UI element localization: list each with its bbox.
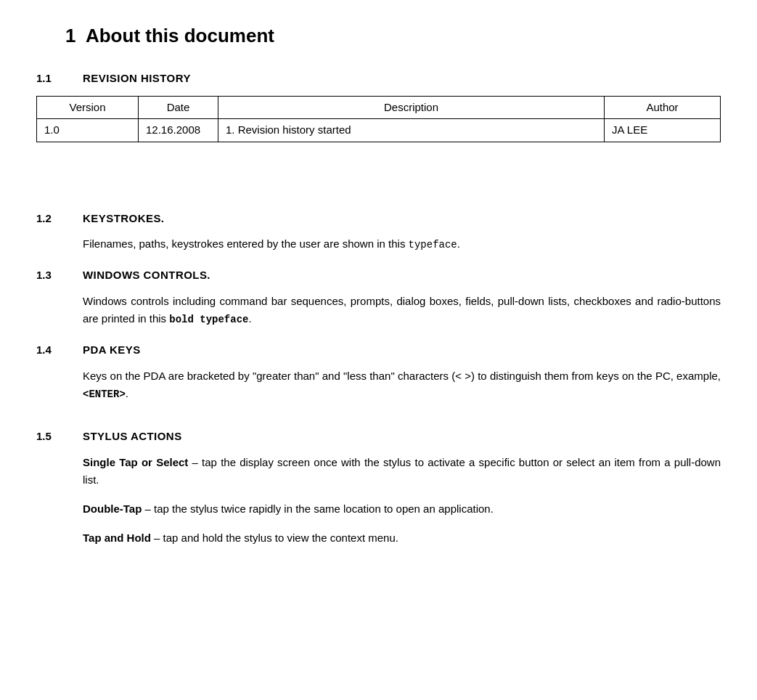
stylus-action-label: Single Tap or Select [83,456,188,468]
table-cell: 1. Revision history started [218,119,605,142]
section-1-2: 1.2 Keystrokes. Filenames, paths, keystr… [36,211,721,253]
col-header-date: Date [139,96,218,119]
section-1-5-heading: 1.5 Stylus Actions [36,428,721,445]
table-row: 1.012.16.20081. Revision history started… [37,119,721,142]
section-1-5-num: 1.5 [36,428,71,445]
table-header-row: Version Date Description Author [37,96,721,119]
stylus-action-text: – tap and hold the stylus to view the co… [151,532,398,544]
section-1-2-heading: 1.2 Keystrokes. [36,211,721,227]
typeface-example: typeface [409,239,457,251]
revision-table: Version Date Description Author 1.012.16… [36,96,721,142]
section-1-1-title: Revision History [83,70,191,87]
section-1-4-title: PDA Keys [83,342,141,359]
section-1-1-heading: 1.1 Revision History [36,70,721,87]
stylus-action-label: Tap and Hold [83,532,151,544]
section-1-3-body: Windows controls including command bar s… [83,293,721,327]
section-1-1: 1.1 Revision History Version Date Descri… [36,70,721,142]
stylus-action-text: – tap the stylus twice rapidly in the sa… [142,502,493,515]
table-cell: JA LEE [605,119,721,142]
section-1-3-num: 1.3 [36,267,71,284]
table-cell: 1.0 [37,119,139,142]
section-1-2-text: Filenames, paths, keystrokes entered by … [83,237,409,250]
spacer-1 [36,160,721,211]
section-1-4-end: . [126,387,128,399]
table-cell: 12.16.2008 [139,119,218,142]
stylus-action-label: Double-Tap [83,502,142,515]
section-1-2-title: Keystrokes. [83,211,164,227]
section-1-4-text: Keys on the PDA are bracketed by "greate… [83,370,721,382]
section-1-3-title: Windows Controls. [83,267,210,284]
col-header-author: Author [605,96,721,119]
section-1-4-body: Keys on the PDA are bracketed by "greate… [83,367,721,402]
enter-example: <ENTER> [83,388,126,400]
section-1-2-end: . [457,237,460,250]
section-1-4-num: 1.4 [36,342,71,359]
chapter-title: 1 About this document [36,22,721,50]
section-1-4: 1.4 PDA Keys Keys on the PDA are bracket… [36,342,721,402]
stylus-action-item: Tap and Hold – tap and hold the stylus t… [83,529,721,547]
section-1-5: 1.5 Stylus Actions Single Tap or Select … [36,428,721,547]
section-1-4-heading: 1.4 PDA Keys [36,342,721,359]
section-1-3-heading: 1.3 Windows Controls. [36,267,721,284]
section-1-5-body: Single Tap or Select – tap the display s… [83,454,721,547]
section-1-5-title: Stylus Actions [83,428,182,445]
chapter-title-text: About this document [86,25,274,46]
col-header-description: Description [218,96,605,119]
section-1-1-num: 1.1 [36,70,71,87]
section-1-3: 1.3 Windows Controls. Windows controls i… [36,267,721,327]
section-1-2-num: 1.2 [36,211,71,227]
section-1-3-end: . [248,312,251,325]
col-header-version: Version [37,96,139,119]
section-1-2-body: Filenames, paths, keystrokes entered by … [83,235,721,253]
stylus-action-item: Double-Tap – tap the stylus twice rapidl… [83,500,721,518]
stylus-action-item: Single Tap or Select – tap the display s… [83,454,721,489]
spacer-2 [36,417,721,428]
chapter-number: 1 [65,25,75,46]
bold-typeface-example: bold typeface [169,314,248,325]
